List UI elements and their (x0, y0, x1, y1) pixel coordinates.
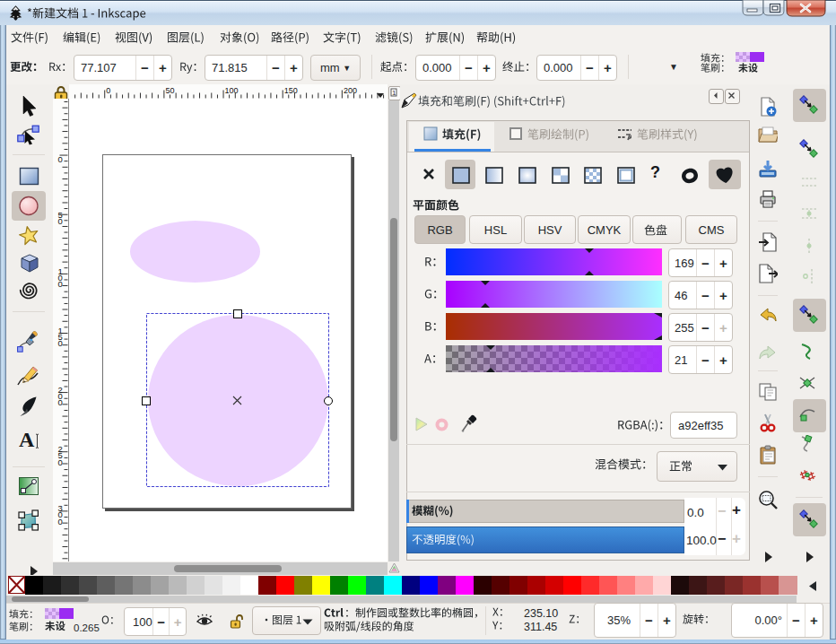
svg-text:0: 0 (58, 154, 63, 164)
svg-text:0: 0 (58, 338, 63, 348)
svg-text:1: 1 (392, 89, 396, 97)
svg-text:0: 0 (58, 279, 63, 289)
svg-text:A: A (19, 429, 35, 450)
svg-text:0: 0 (58, 216, 63, 226)
svg-text:0: 0 (58, 517, 63, 527)
svg-text:0: 0 (106, 86, 110, 95)
svg-text:0: 0 (58, 397, 63, 407)
svg-text:100: 100 (225, 86, 239, 95)
svg-text:0: 0 (58, 457, 63, 467)
svg-text:150: 150 (284, 86, 298, 95)
svg-text:50: 50 (165, 86, 174, 95)
svg-text:200: 200 (344, 86, 357, 95)
